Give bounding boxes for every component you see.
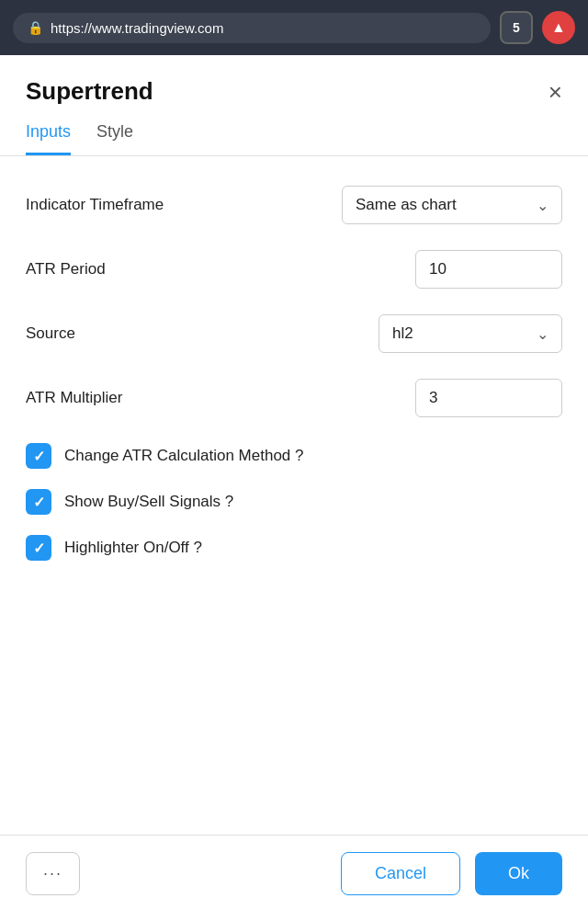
atr-multiplier-input[interactable]: 3: [415, 379, 562, 417]
chevron-down-icon: ⌄: [537, 197, 548, 214]
close-button[interactable]: ×: [548, 80, 562, 104]
atr-multiplier-label: ATR Multiplier: [26, 389, 122, 407]
upload-button[interactable]: ▲: [542, 11, 575, 44]
tab-count-badge[interactable]: 5: [500, 11, 533, 44]
show-signals-checkbox[interactable]: ✓: [26, 489, 51, 515]
modal-content: Indicator Timeframe Same as chart ⌄ ATR …: [0, 156, 588, 835]
indicator-timeframe-dropdown[interactable]: Same as chart ⌄: [342, 186, 562, 224]
source-value: hl2: [392, 324, 413, 343]
change-atr-label: Change ATR Calculation Method ?: [64, 447, 304, 465]
indicator-timeframe-label: Indicator Timeframe: [26, 196, 164, 214]
source-row: Source hl2 ⌄: [26, 314, 562, 353]
highlighter-label: Highlighter On/Off ?: [64, 539, 202, 557]
source-dropdown[interactable]: hl2 ⌄: [379, 314, 562, 353]
lock-icon: 🔒: [28, 20, 43, 35]
indicator-timeframe-row: Indicator Timeframe Same as chart ⌄: [26, 186, 562, 224]
source-label: Source: [26, 324, 75, 343]
ok-button[interactable]: Ok: [475, 852, 562, 895]
change-atr-checkbox[interactable]: ✓: [26, 443, 51, 469]
modal: Supertrend × Inputs Style Indicator Time…: [0, 55, 588, 921]
url-text: https://www.tradingview.com: [51, 20, 223, 36]
atr-multiplier-row: ATR Multiplier 3: [26, 379, 562, 417]
browser-bar: 🔒 https://www.tradingview.com 5 ▲: [0, 0, 588, 55]
highlighter-checkbox[interactable]: ✓: [26, 535, 51, 561]
highlighter-row: ✓ Highlighter On/Off ?: [26, 535, 562, 561]
tab-style[interactable]: Style: [96, 122, 133, 155]
cancel-button[interactable]: Cancel: [341, 852, 460, 895]
show-signals-row: ✓ Show Buy/Sell Signals ?: [26, 489, 562, 515]
checkmark-icon-3: ✓: [33, 540, 45, 557]
indicator-timeframe-value: Same as chart: [356, 196, 457, 214]
checkmark-icon: ✓: [33, 448, 45, 465]
modal-footer: ··· Cancel Ok: [0, 835, 588, 921]
atr-period-row: ATR Period 10: [26, 250, 562, 289]
url-bar[interactable]: 🔒 https://www.tradingview.com: [13, 13, 491, 43]
atr-period-label: ATR Period: [26, 260, 106, 279]
chevron-down-icon-2: ⌄: [537, 325, 548, 343]
modal-title: Supertrend: [26, 77, 153, 106]
tabs-container: Inputs Style: [0, 106, 588, 156]
modal-header: Supertrend ×: [0, 55, 588, 106]
checkmark-icon-2: ✓: [33, 494, 45, 511]
change-atr-row: ✓ Change ATR Calculation Method ?: [26, 443, 562, 469]
atr-period-input[interactable]: 10: [415, 250, 562, 289]
footer-actions: Cancel Ok: [341, 852, 562, 895]
more-button[interactable]: ···: [26, 852, 80, 895]
tab-inputs[interactable]: Inputs: [26, 122, 71, 155]
show-signals-label: Show Buy/Sell Signals ?: [64, 493, 233, 511]
